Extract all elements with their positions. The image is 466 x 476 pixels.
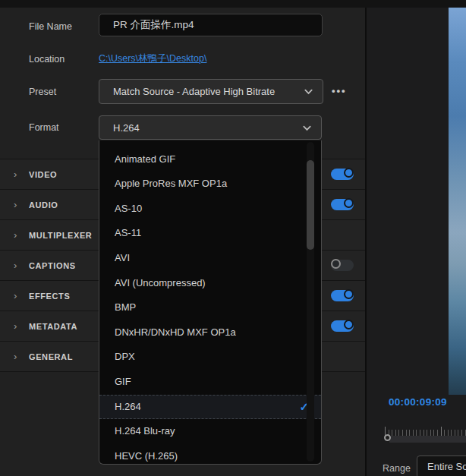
- format-option[interactable]: AS-10: [99, 197, 321, 222]
- format-option[interactable]: DPX: [99, 345, 321, 370]
- format-select[interactable]: H.264: [99, 115, 322, 140]
- format-option[interactable]: Apple ProRes MXF OP1a: [99, 172, 321, 197]
- chevron-down-icon: [302, 123, 312, 133]
- section-label: MULTIPLEXER: [29, 231, 92, 240]
- preset-value: Match Source - Adaptive High Bitrate: [113, 86, 304, 97]
- format-option[interactable]: H.264 Blu-ray: [99, 419, 321, 444]
- timecode-display: 00:00:09:09: [389, 396, 447, 408]
- preset-select[interactable]: Match Source - Adaptive High Bitrate: [99, 79, 323, 104]
- format-option-label: BMP: [115, 295, 321, 320]
- toggle-knob: [331, 259, 341, 269]
- range-select[interactable]: Entire Sou: [417, 456, 466, 476]
- effects-toggle[interactable]: [331, 290, 354, 301]
- metadata-toggle[interactable]: [331, 320, 354, 332]
- format-option-label: Animated GIF: [115, 147, 321, 172]
- format-option[interactable]: GIF: [99, 370, 321, 395]
- format-option-selected[interactable]: H.264✓: [99, 395, 321, 420]
- format-option[interactable]: AVI: [99, 246, 321, 271]
- chevron-right-icon: ›: [14, 351, 29, 362]
- range-label: Range: [383, 463, 411, 474]
- toggle-knob: [344, 320, 354, 329]
- section-label: GENERAL: [29, 352, 73, 361]
- toggle-knob: [344, 198, 354, 208]
- video-toggle[interactable]: [331, 169, 354, 180]
- chevron-down-icon: [304, 87, 313, 96]
- chevron-right-icon: ›: [14, 290, 29, 301]
- video-preview-image: [449, 8, 466, 395]
- format-option-label: AVI: [115, 246, 321, 271]
- chevron-right-icon: ›: [14, 169, 29, 180]
- file-name-label: File Name: [29, 21, 72, 32]
- dropdown-scrollbar: [307, 142, 314, 462]
- captions-toggle[interactable]: [331, 260, 354, 271]
- section-label: VIDEO: [29, 170, 57, 179]
- toggle-knob: [344, 289, 354, 299]
- section-label: CAPTIONS: [29, 261, 76, 270]
- format-option-label: AS-10: [115, 197, 321, 222]
- format-value: H.264: [113, 122, 302, 134]
- toggle-knob: [344, 168, 354, 178]
- format-option-label: HEVC (H.265): [115, 444, 321, 465]
- chevron-right-icon: ›: [14, 199, 29, 210]
- preset-more-button[interactable]: •••: [332, 85, 347, 96]
- format-option-label: H.264: [115, 395, 299, 420]
- format-option[interactable]: Animated GIF: [99, 147, 321, 172]
- format-dropdown-list: AIFFAnimated GIFApple ProRes MXF OP1aAS-…: [99, 140, 322, 465]
- format-option-label: H.264 Blu-ray: [115, 419, 321, 444]
- preset-label: Preset: [29, 87, 56, 97]
- section-label: AUDIO: [29, 200, 58, 210]
- playhead-knob[interactable]: [384, 434, 391, 441]
- format-option[interactable]: AVI (Uncompressed): [99, 271, 321, 296]
- format-option[interactable]: BMP: [99, 295, 321, 320]
- playhead-track[interactable]: [389, 436, 466, 443]
- chevron-right-icon: ›: [14, 260, 29, 271]
- format-option[interactable]: HEVC (H.265): [99, 444, 321, 465]
- format-option[interactable]: AS-11: [99, 221, 321, 246]
- format-option-label: GIF: [115, 370, 321, 395]
- chevron-right-icon: ›: [14, 320, 29, 332]
- audio-toggle[interactable]: [331, 199, 354, 210]
- format-label: Format: [29, 122, 59, 133]
- format-option-label: DPX: [115, 345, 321, 370]
- format-option[interactable]: DNxHR/DNxHD MXF OP1a: [99, 320, 321, 345]
- location-label: Location: [29, 54, 65, 65]
- section-label: METADATA: [29, 322, 77, 331]
- format-option[interactable]: AIFF: [99, 140, 321, 147]
- file-name-input[interactable]: PR 介面操作.mp4: [99, 14, 323, 36]
- chevron-right-icon: ›: [14, 229, 29, 241]
- format-option-label: DNxHR/DNxHD MXF OP1a: [115, 320, 321, 345]
- dropdown-scrollbar-thumb[interactable]: [307, 160, 314, 250]
- format-option-label: AVI (Uncompressed): [115, 271, 321, 296]
- format-option-label: AIFF: [115, 140, 321, 147]
- top-strip: [0, 0, 466, 8]
- section-label: EFFECTS: [29, 292, 70, 301]
- location-link[interactable]: C:\Users\林鴨子\Desktop\: [99, 52, 206, 65]
- format-option-label: AS-11: [115, 221, 321, 246]
- format-option-label: Apple ProRes MXF OP1a: [115, 172, 321, 197]
- export-settings-panel: File Name PR 介面操作.mp4 Location C:\Users\…: [0, 0, 466, 476]
